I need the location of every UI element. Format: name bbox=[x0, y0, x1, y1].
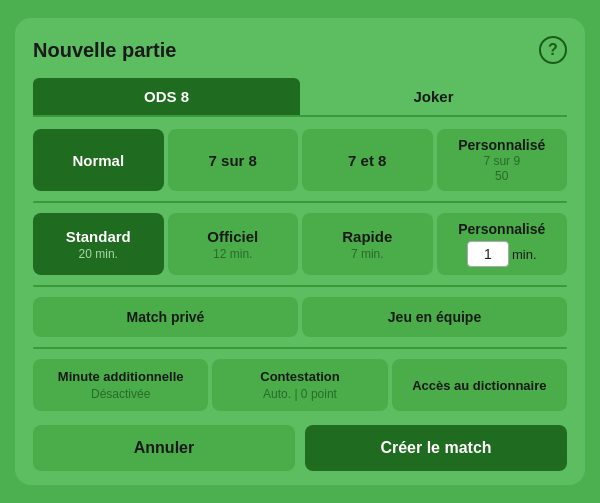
tab-joker[interactable]: Joker bbox=[300, 78, 567, 115]
divider-2 bbox=[33, 285, 567, 287]
footer-row: Annuler Créer le match bbox=[33, 425, 567, 471]
dialog-header: Nouvelle partie ? bbox=[33, 36, 567, 64]
tab-row: ODS 8 Joker bbox=[33, 78, 567, 117]
toggle-jeu-equipe[interactable]: Jeu en équipe bbox=[302, 297, 567, 337]
extra-dictionnaire[interactable]: Accès au dictionnaire bbox=[392, 359, 567, 411]
time-rapide[interactable]: Rapide 7 min. bbox=[302, 213, 433, 275]
difficulty-7sur8[interactable]: 7 sur 8 bbox=[168, 129, 299, 191]
difficulty-7et8[interactable]: 7 et 8 bbox=[302, 129, 433, 191]
difficulty-custom[interactable]: Personnalisé 7 sur 9 50 bbox=[437, 129, 568, 191]
time-custom-input-row: min. bbox=[467, 241, 537, 267]
dialog-title: Nouvelle partie bbox=[33, 39, 176, 62]
extra-row: Minute additionnelle Désactivée Contesta… bbox=[33, 359, 567, 411]
toggle-match-prive[interactable]: Match privé bbox=[33, 297, 298, 337]
tab-ods8[interactable]: ODS 8 bbox=[33, 78, 300, 115]
time-custom-input[interactable] bbox=[467, 241, 509, 267]
divider-3 bbox=[33, 347, 567, 349]
difficulty-row: Normal 7 sur 8 7 et 8 Personnalisé 7 sur… bbox=[33, 129, 567, 191]
time-row: Standard 20 min. Officiel 12 min. Rapide… bbox=[33, 213, 567, 275]
extra-contestation[interactable]: Contestation Auto. | 0 point bbox=[212, 359, 387, 411]
divider-1 bbox=[33, 201, 567, 203]
cancel-button[interactable]: Annuler bbox=[33, 425, 295, 471]
toggle-row: Match privé Jeu en équipe bbox=[33, 297, 567, 337]
difficulty-normal[interactable]: Normal bbox=[33, 129, 164, 191]
time-officiel[interactable]: Officiel 12 min. bbox=[168, 213, 299, 275]
extra-minute-additionnelle[interactable]: Minute additionnelle Désactivée bbox=[33, 359, 208, 411]
time-standard[interactable]: Standard 20 min. bbox=[33, 213, 164, 275]
time-custom[interactable]: Personnalisé min. bbox=[437, 213, 568, 275]
dialog: Nouvelle partie ? ODS 8 Joker Normal 7 s… bbox=[15, 18, 585, 485]
create-button[interactable]: Créer le match bbox=[305, 425, 567, 471]
help-icon[interactable]: ? bbox=[539, 36, 567, 64]
